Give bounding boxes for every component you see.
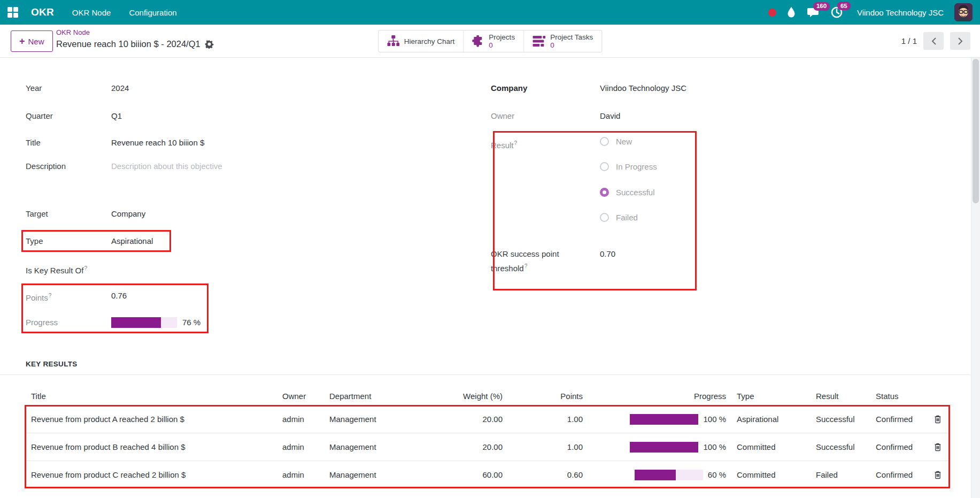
kr-result[interactable]: Successful [809, 415, 869, 424]
delete-row-button[interactable] [932, 469, 943, 480]
project-tasks-button[interactable]: Project Tasks 0 [523, 30, 601, 52]
kr-type[interactable]: Aspirational [730, 415, 809, 424]
quarter-value[interactable]: Q1 [111, 110, 122, 122]
kr-weight[interactable]: 20.00 [413, 415, 507, 424]
kr-weight[interactable]: 60.00 [413, 470, 507, 479]
chevron-right-icon [957, 37, 964, 45]
col-department[interactable]: Department [323, 392, 413, 401]
radio-checked-icon[interactable] [600, 188, 609, 197]
points-label: Points? [26, 289, 111, 304]
company-switcher[interactable]: Viindoo Technology JSC [857, 8, 944, 17]
pager-next-button[interactable] [950, 32, 970, 50]
new-button[interactable]: + New [11, 30, 53, 52]
delete-row-button[interactable] [932, 413, 943, 425]
description-input[interactable]: Description about this objective [111, 160, 222, 173]
pager-previous-button[interactable] [923, 32, 944, 50]
delete-row-button[interactable] [932, 441, 943, 453]
radio-label-in-progress: In Progress [616, 162, 657, 171]
radio-result-failed[interactable]: Failed [600, 213, 638, 222]
target-value[interactable]: Company [111, 208, 145, 220]
kr-weight[interactable]: 20.00 [413, 442, 507, 451]
breadcrumb-okr-node[interactable]: OKR Node [56, 28, 214, 37]
kr-result[interactable]: Failed [809, 470, 869, 479]
table-row[interactable]: Revenue from product B reached 4 billion… [25, 433, 950, 461]
kr-owner[interactable]: admin [276, 415, 323, 424]
help-icon[interactable]: ? [84, 265, 87, 271]
col-progress[interactable]: Progress [587, 392, 730, 401]
kr-department[interactable]: Management [323, 470, 413, 479]
menu-okr-node[interactable]: OKR Node [72, 8, 111, 17]
kr-type[interactable]: Committed [730, 442, 809, 451]
breadcrumb: OKR Node Revenue reach 10 biiion $ - 202… [56, 28, 214, 50]
type-value[interactable]: Aspirational [111, 235, 153, 248]
menu-configuration[interactable]: Configuration [129, 8, 176, 17]
col-points[interactable]: Points [507, 392, 587, 401]
help-icon[interactable]: ? [524, 263, 528, 269]
owner-value[interactable]: David [600, 110, 620, 122]
kr-type[interactable]: Committed [730, 470, 809, 479]
kr-points[interactable]: 1.00 [507, 415, 587, 424]
user-avatar[interactable] [954, 3, 973, 21]
scrollbar-thumb[interactable] [973, 59, 979, 203]
kr-department[interactable]: Management [323, 415, 413, 424]
kr-progress: 100 % [587, 442, 730, 453]
year-value[interactable]: 2024 [111, 82, 129, 95]
radio-circle-icon[interactable] [600, 137, 609, 146]
description-label: Description [26, 160, 111, 173]
stat-button-group: Hierarchy Chart Projects 0 Project Tasks… [378, 30, 602, 52]
row-progress-bar [630, 414, 698, 425]
kr-owner[interactable]: admin [276, 442, 323, 451]
company-value[interactable]: Viindoo Technology JSC [600, 82, 686, 95]
project-tasks-label: Project Tasks [550, 33, 593, 41]
col-type[interactable]: Type [730, 392, 809, 401]
apps-grid-icon[interactable] [7, 7, 18, 18]
radio-result-in-progress[interactable]: In Progress [600, 162, 657, 171]
droplet-icon[interactable] [787, 7, 796, 18]
title-value[interactable]: Revenue reach 10 biiion $ [111, 136, 204, 149]
gear-icon[interactable] [205, 40, 214, 49]
radio-circle-icon[interactable] [600, 213, 609, 222]
radio-result-new[interactable]: New [600, 137, 632, 146]
kr-title[interactable]: Revenue from product C reached 2 billion… [25, 470, 276, 479]
threshold-label: OKR success point threshold? [491, 248, 600, 274]
kr-owner[interactable]: admin [276, 470, 323, 479]
kr-progress: 60 % [587, 470, 730, 480]
radio-result-successful[interactable]: Successful [600, 188, 655, 197]
progress-label: Progress [26, 316, 111, 329]
table-row[interactable]: Revenue from product A reached 2 billion… [25, 405, 950, 433]
kr-result[interactable]: Successful [809, 442, 869, 451]
kr-title[interactable]: Revenue from product B reached 4 billion… [25, 442, 276, 451]
kr-department[interactable]: Management [323, 442, 413, 451]
kr-title[interactable]: Revenue from product A reached 2 billion… [25, 415, 276, 424]
tab-key-results[interactable]: KEY RESULTS [26, 360, 78, 368]
col-result[interactable]: Result [809, 392, 869, 401]
kr-status[interactable]: Confirmed [869, 470, 932, 479]
radio-circle-icon[interactable] [600, 162, 609, 171]
kr-points[interactable]: 1.00 [507, 442, 587, 451]
messages-icon[interactable]: 160 [806, 6, 820, 19]
field-threshold: OKR success point threshold? 0.70 [491, 248, 615, 274]
col-title[interactable]: Title [25, 392, 276, 401]
kr-status[interactable]: Confirmed [869, 415, 932, 424]
activities-count-badge: 65 [837, 2, 851, 10]
is-key-result-of-label: Is Key Result Of? [26, 262, 111, 277]
vertical-scrollbar[interactable] [971, 58, 980, 498]
project-tasks-count: 0 [550, 41, 593, 49]
kr-status[interactable]: Confirmed [869, 442, 932, 451]
trash-icon [933, 442, 942, 451]
hierarchy-chart-button[interactable]: Hierarchy Chart [379, 30, 464, 52]
pager: 1 / 1 [901, 32, 970, 50]
projects-button[interactable]: Projects 0 [463, 30, 523, 52]
activities-clock-icon[interactable]: 65 [830, 6, 843, 19]
field-quarter: Quarter Q1 [26, 110, 122, 122]
help-icon[interactable]: ? [514, 140, 518, 146]
col-status[interactable]: Status [869, 392, 932, 401]
table-row[interactable]: Revenue from product C reached 2 billion… [25, 461, 950, 488]
help-icon[interactable]: ? [49, 293, 52, 298]
kr-points[interactable]: 0.60 [507, 470, 587, 479]
col-weight[interactable]: Weight (%) [413, 392, 507, 401]
app-brand[interactable]: OKR [31, 6, 54, 18]
plus-icon: + [19, 36, 25, 46]
col-owner[interactable]: Owner [276, 392, 323, 401]
tasks-list-icon [533, 35, 545, 47]
